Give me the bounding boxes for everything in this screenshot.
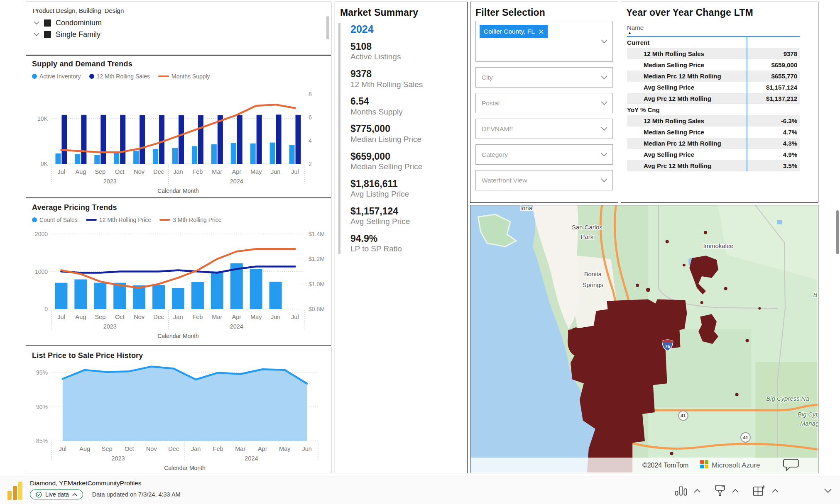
- dropdown-placeholder: Category: [482, 151, 508, 158]
- dropdown-devname[interactable]: DEVNAME: [475, 119, 613, 139]
- svg-text:Jul: Jul: [291, 314, 299, 320]
- market-summary-metrics: 2024 5108Active Listings937812 Mth Rolli…: [338, 23, 467, 254]
- svg-text:75: 75: [665, 344, 670, 349]
- check-circle-icon: [36, 492, 42, 498]
- chevron-down-icon[interactable]: [601, 125, 607, 133]
- tree-item-single-family[interactable]: Single Family: [26, 27, 331, 39]
- svg-text:Nov: Nov: [146, 446, 157, 452]
- chevron-down-icon[interactable]: [34, 33, 39, 37]
- chevron-down-icon[interactable]: [601, 74, 607, 81]
- chevron-down-icon[interactable]: [601, 151, 607, 158]
- table-row[interactable]: Avg Selling Price$1,157,124: [627, 82, 800, 93]
- metric-card: 94.9%LP to SP Ratio: [350, 233, 467, 254]
- chevron-down-icon[interactable]: [34, 21, 39, 25]
- checkbox-checked[interactable]: [44, 19, 51, 27]
- report-name-link[interactable]: Diamond, YEMarketCommunityProfiles: [30, 480, 141, 487]
- legend-item[interactable]: Count of Sales: [32, 217, 78, 223]
- checkbox-checked[interactable]: [44, 31, 51, 38]
- row-value: 9378: [747, 48, 800, 59]
- chart-legend: Active Inventory12 Mth Rolling SalesMont…: [26, 68, 331, 81]
- legend-label: 12 Mth Rolling Sales: [97, 73, 150, 80]
- svg-text:$1.2M: $1.2M: [309, 256, 325, 262]
- table-row[interactable]: 12 Mth Rolling Sales-6.3%: [627, 115, 800, 127]
- chevron-down-icon[interactable]: [601, 100, 607, 107]
- page-scrollbar[interactable]: [836, 210, 839, 254]
- add-visual-icon[interactable]: [753, 485, 765, 497]
- table-group-row[interactable]: YoY % Cng: [627, 104, 800, 115]
- row-label: 12 Mth Rolling Sales: [627, 48, 747, 59]
- metric-card: $775,000Median Listing Price: [350, 123, 467, 144]
- metric-value: $1,816,611: [350, 178, 467, 189]
- table-group-row[interactable]: Current: [627, 37, 800, 48]
- table-row[interactable]: Median Selling Price4.7%: [627, 127, 800, 138]
- panel-scrollbar[interactable]: [326, 16, 329, 39]
- table-row[interactable]: Avg Prc 12 Mth Rolling3.5%: [627, 160, 800, 171]
- map-canvas[interactable]: IonaSan CarlosParkBonitaSpringsImmokalee…: [470, 205, 818, 472]
- microsoft-logo: [705, 460, 708, 464]
- svg-text:Aug: Aug: [79, 446, 90, 452]
- metric-card: 937812 Mth Rolling Sales: [350, 68, 467, 90]
- table-row[interactable]: Median Selling Price$659,000: [627, 59, 800, 71]
- chevron-down-icon[interactable]: [601, 38, 607, 45]
- row-value: $1,137,212: [747, 93, 800, 104]
- table-row[interactable]: Median Prc 12 Mth Rolling4.3%: [627, 138, 800, 149]
- group-value: [747, 104, 800, 115]
- svg-text:Apr: Apr: [258, 446, 267, 452]
- county-chip-label: Collier County, FL: [484, 28, 535, 35]
- svg-text:Mar: Mar: [212, 314, 222, 320]
- chevron-up-icon[interactable]: [694, 489, 700, 493]
- supply-demand-chart-panel: Supply and Demand Trends Active Inventor…: [26, 55, 331, 198]
- legend-item[interactable]: 3 Mth Rolling Price: [159, 217, 222, 223]
- dropdown-placeholder: DEVNAME: [482, 125, 514, 133]
- chart-canvas[interactable]: 010002000$0.8M$1.0M$1.2M$1.4MJulAugSepOc…: [27, 226, 329, 340]
- chart-canvas[interactable]: 85%90%95%JulAugSepOctNovDecJanFebMarAprM…: [27, 362, 329, 472]
- table-row[interactable]: Avg Selling Price4.9%: [627, 149, 800, 160]
- chevron-up-icon[interactable]: [72, 493, 77, 496]
- dropdown-postal[interactable]: Postal: [475, 93, 613, 113]
- dropdown-category[interactable]: Category: [475, 144, 613, 165]
- svg-text:0K: 0K: [41, 161, 48, 167]
- chevron-up-icon[interactable]: [732, 489, 739, 493]
- sort-ascending-icon[interactable]: ▲: [621, 31, 818, 35]
- svg-text:Jul: Jul: [59, 446, 66, 452]
- table-row[interactable]: Median Prc 12 Mth Rolling$655,770: [627, 71, 800, 82]
- tree-item-condominium[interactable]: Condominium: [26, 16, 331, 27]
- dropdown-city[interactable]: City: [475, 67, 613, 88]
- chevron-down-icon[interactable]: [601, 177, 607, 184]
- svg-text:Apr: Apr: [232, 168, 241, 175]
- map-panel[interactable]: IonaSan CarlosParkBonitaSpringsImmokalee…: [470, 205, 818, 473]
- data-updated-text: Data updated on 7/3/24, 4:33 AM: [92, 491, 181, 498]
- lp-to-sp-chart-panel: List Price to Sale Price History 85%90%9…: [26, 347, 331, 473]
- power-bi-logo: [7, 482, 25, 500]
- map-label: Bonita: [584, 271, 602, 278]
- remove-filter-icon[interactable]: [539, 29, 544, 34]
- chart-canvas[interactable]: 0K10K2468JulAugSepOctNovDecJanFebMarAprM…: [27, 83, 329, 195]
- paintbrush-icon[interactable]: [715, 485, 725, 497]
- row-label: Avg Selling Price: [627, 82, 747, 93]
- collapse-bar-chevron-down-icon[interactable]: [824, 489, 832, 493]
- legend-item[interactable]: 12 Mth Rolling Price: [86, 217, 151, 223]
- yoy-column-header[interactable]: Name: [621, 21, 818, 31]
- legend-label: Months Supply: [171, 73, 210, 80]
- chevron-up-icon[interactable]: [772, 489, 779, 493]
- metric-label: 12 Mth Rolling Sales: [350, 80, 467, 90]
- legend-item[interactable]: 12 Mth Rolling Sales: [89, 73, 150, 80]
- svg-text:8: 8: [309, 91, 312, 97]
- dropdown-placeholder: Waterfront View: [482, 177, 527, 184]
- live-data-badge[interactable]: Live data: [30, 489, 83, 499]
- group-value: [747, 37, 800, 48]
- county-filter-chip[interactable]: Collier County, FL: [480, 25, 548, 38]
- visualizations-chart-icon[interactable]: [675, 485, 687, 496]
- dropdown-waterfront-view[interactable]: Waterfront View: [475, 170, 613, 190]
- legend-item[interactable]: Active Inventory: [32, 73, 81, 80]
- svg-text:Jun: Jun: [271, 168, 280, 175]
- table-row[interactable]: 12 Mth Rolling Sales9378: [627, 48, 800, 59]
- legend-item[interactable]: Months Supply: [158, 73, 210, 80]
- svg-text:Dec: Dec: [168, 446, 179, 452]
- metric-value: 5108: [350, 41, 467, 52]
- status-bar: Diamond, YEMarketCommunityProfiles Live …: [0, 477, 840, 504]
- county-dropdown[interactable]: Collier County, FL: [475, 21, 613, 62]
- table-row[interactable]: Avg Prc 12 Mth Rolling$1,137,212: [627, 93, 800, 104]
- legend-label: Count of Sales: [39, 217, 78, 223]
- row-label: Avg Prc 12 Mth Rolling: [627, 160, 747, 171]
